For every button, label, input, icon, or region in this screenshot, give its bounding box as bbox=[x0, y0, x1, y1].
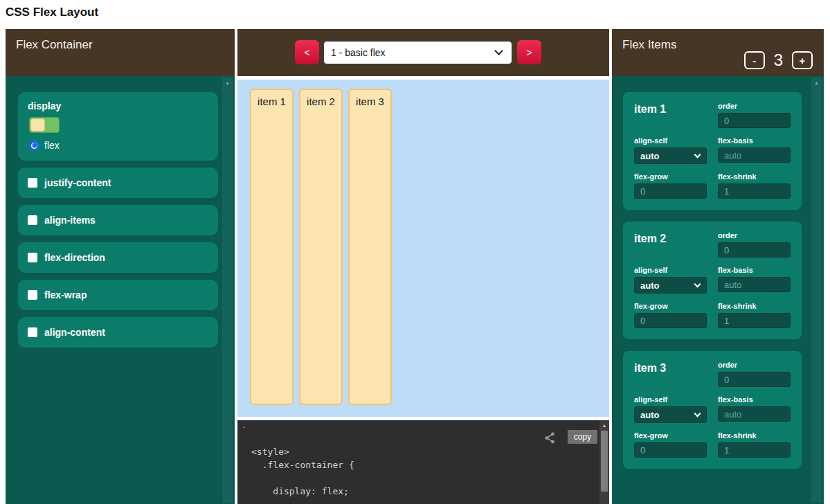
item-3-flex-basis-input[interactable] bbox=[718, 406, 791, 422]
item-3-card: item 3 order align-self auto flex-basis bbox=[623, 351, 802, 469]
item-2-title: item 2 bbox=[634, 231, 707, 258]
item-1-title: item 1 bbox=[634, 102, 707, 128]
align-self-label: align-self bbox=[634, 266, 707, 274]
flex-direction-label: flex-direction bbox=[44, 252, 105, 263]
example-select[interactable]: 1 - basic flex bbox=[323, 41, 512, 64]
flex-grow-label: flex-grow bbox=[634, 172, 707, 181]
align-self-label: align-self bbox=[634, 395, 707, 404]
item-3-flex-shrink-input[interactable] bbox=[718, 442, 791, 458]
align-items-card[interactable]: align-items bbox=[18, 205, 218, 235]
demo-flex-item-3: item 3 bbox=[348, 89, 392, 405]
item-3-order-input[interactable] bbox=[718, 372, 791, 387]
flex-basis-label: flex-basis bbox=[718, 266, 791, 274]
flex-direction-checkbox[interactable] bbox=[28, 253, 37, 262]
flex-shrink-label: flex-shrink bbox=[718, 172, 791, 181]
demo-flex-item-1: item 1 bbox=[250, 89, 294, 405]
code-line: display: flex; bbox=[251, 485, 609, 498]
flex-items-header: Flex Items - 3 + bbox=[612, 29, 824, 76]
copy-button[interactable]: copy bbox=[568, 430, 597, 444]
item-2-flex-grow-input[interactable] bbox=[634, 313, 707, 328]
item-2-order-input[interactable] bbox=[718, 242, 791, 258]
flex-grow-label: flex-grow bbox=[634, 302, 707, 310]
align-content-checkbox[interactable] bbox=[28, 327, 37, 337]
remove-item-button[interactable]: - bbox=[744, 51, 765, 69]
flex-preview-container: item 1 item 2 item 3 bbox=[237, 80, 609, 417]
display-toggle[interactable] bbox=[29, 117, 60, 133]
item-1-align-self-select[interactable]: auto bbox=[634, 147, 707, 164]
order-label: order bbox=[718, 231, 791, 240]
display-card: display flex bbox=[18, 92, 218, 161]
item-count: 3 bbox=[774, 51, 783, 70]
align-self-label: align-self bbox=[634, 136, 707, 145]
left-panel-scrollbar[interactable]: ▲ bbox=[222, 78, 233, 503]
align-items-checkbox[interactable] bbox=[28, 215, 37, 225]
item-3-title: item 3 bbox=[634, 361, 707, 387]
flex-container-panel: Flex Container display flex justify-cont… bbox=[6, 29, 235, 504]
flex-basis-label: flex-basis bbox=[718, 395, 791, 404]
flex-wrap-card[interactable]: flex-wrap bbox=[18, 280, 218, 310]
align-content-card[interactable]: align-content bbox=[18, 317, 218, 348]
order-label: order bbox=[718, 102, 791, 110]
code-line: .flex-container { bbox=[251, 458, 609, 471]
item-2-card: item 2 order align-self auto flex-basis bbox=[623, 222, 802, 339]
display-toggle-knob bbox=[30, 118, 45, 132]
item-2-align-self-select[interactable]: auto bbox=[634, 277, 707, 294]
order-label: order bbox=[718, 361, 791, 369]
justify-content-card[interactable]: justify-content bbox=[18, 168, 218, 198]
right-panel-scrollbar[interactable]: ▲ bbox=[811, 78, 822, 503]
item-3-align-self-select[interactable]: auto bbox=[634, 406, 707, 423]
flex-grow-label: flex-grow bbox=[634, 431, 707, 440]
item-1-flex-basis-input[interactable] bbox=[718, 147, 791, 163]
item-1-order-input[interactable] bbox=[718, 113, 791, 128]
add-item-button[interactable]: + bbox=[792, 51, 813, 69]
align-items-label: align-items bbox=[44, 215, 96, 226]
flex-radio-label: flex bbox=[44, 140, 60, 151]
flex-container-body: display flex justify-content align-items… bbox=[6, 76, 235, 504]
justify-content-label: justify-content bbox=[44, 177, 111, 188]
next-example-button[interactable]: > bbox=[517, 40, 541, 64]
page-title: CSS Flex Layout bbox=[6, 6, 98, 19]
flex-items-panel: Flex Items - 3 + item 1 order align-self… bbox=[612, 29, 824, 504]
code-scrollbar[interactable]: ▲ bbox=[599, 420, 609, 504]
flex-items-title: Flex Items bbox=[622, 38, 676, 52]
flex-direction-card[interactable]: flex-direction bbox=[18, 242, 218, 273]
demo-flex-item-2: item 2 bbox=[299, 89, 343, 405]
preview-header: < 1 - basic flex > bbox=[237, 29, 609, 76]
flex-shrink-label: flex-shrink bbox=[718, 431, 791, 440]
justify-content-checkbox[interactable] bbox=[28, 178, 37, 188]
scroll-up-icon[interactable]: ▲ bbox=[599, 422, 609, 429]
flex-container-header: Flex Container bbox=[6, 29, 235, 76]
flex-wrap-label: flex-wrap bbox=[44, 289, 87, 300]
item-1-card: item 1 order align-self auto flex-basis bbox=[623, 92, 802, 210]
display-label: display bbox=[28, 100, 208, 111]
flex-wrap-checkbox[interactable] bbox=[28, 290, 37, 300]
share-icon[interactable] bbox=[543, 431, 557, 447]
code-bullet: . bbox=[243, 420, 245, 430]
code-scrollbar-thumb[interactable] bbox=[601, 431, 608, 492]
flex-basis-label: flex-basis bbox=[718, 136, 791, 145]
item-1-flex-shrink-input[interactable] bbox=[718, 183, 791, 199]
item-1-flex-grow-input[interactable] bbox=[634, 183, 707, 199]
preview-column: < 1 - basic flex > item 1 item 2 item 3 … bbox=[237, 29, 609, 504]
code-line bbox=[251, 471, 609, 485]
align-content-label: align-content bbox=[44, 327, 105, 338]
item-3-flex-grow-input[interactable] bbox=[634, 442, 707, 458]
item-2-flex-basis-input[interactable] bbox=[718, 277, 791, 292]
flex-items-body: item 1 order align-self auto flex-basis bbox=[612, 76, 824, 504]
previous-example-button[interactable]: < bbox=[295, 40, 319, 64]
code-panel: . copy <style> .flex-container { display… bbox=[237, 420, 609, 504]
item-2-flex-shrink-input[interactable] bbox=[718, 313, 791, 328]
flex-radio[interactable] bbox=[29, 141, 39, 151]
scroll-up-icon[interactable]: ▲ bbox=[811, 80, 822, 87]
flex-container-title: Flex Container bbox=[16, 38, 93, 52]
scroll-up-icon[interactable]: ▲ bbox=[222, 80, 233, 87]
flex-shrink-label: flex-shrink bbox=[718, 302, 791, 310]
